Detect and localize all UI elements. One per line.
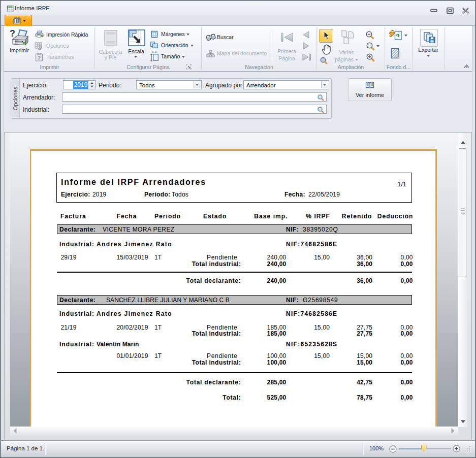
svg-text:?: ?	[38, 55, 41, 61]
svg-text:?: ?	[10, 28, 15, 39]
